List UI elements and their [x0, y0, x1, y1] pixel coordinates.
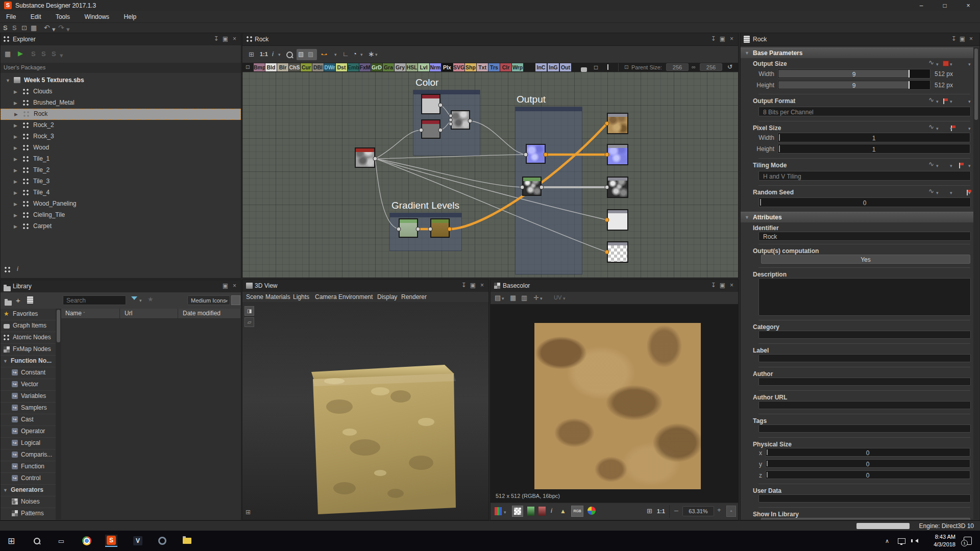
zoom-in-icon[interactable]: + — [717, 506, 721, 514]
function-dropdown-icon[interactable]: ▾ — [936, 99, 939, 104]
node-chip[interactable]: DBl — [312, 63, 324, 71]
external-icon[interactable]: ⊡ — [246, 64, 250, 70]
node-chip[interactable]: ChS — [289, 63, 300, 71]
function-icon[interactable]: ∿ — [928, 123, 934, 131]
node-chip[interactable]: Dst — [336, 63, 347, 71]
expand-icon[interactable]: ▶ — [14, 123, 17, 128]
library-item-graph-items[interactable]: Graph Items — [1, 320, 56, 332]
node-chip[interactable]: InG — [548, 63, 559, 71]
pin-icon[interactable]: ↧ — [709, 35, 718, 42]
function-dropdown-icon[interactable]: ▾ — [936, 163, 939, 168]
library-item[interactable]: ↪Variables — [1, 391, 56, 403]
histogram-icon[interactable]: ▲ — [560, 508, 566, 515]
output-width-slider[interactable]: 9 — [777, 69, 930, 79]
v-app-icon[interactable]: V — [132, 535, 144, 547]
expand-icon[interactable]: ▶ — [14, 190, 17, 195]
save-view-icon[interactable]: ▦ — [510, 294, 516, 302]
collapse-icon[interactable]: ▼ — [3, 488, 8, 493]
channels-icon[interactable]: ▤ — [495, 294, 501, 302]
inheritance-dropdown-icon[interactable]: ▾ — [950, 126, 952, 131]
clock[interactable]: 8:43 AM 4/3/2018 — [925, 533, 955, 548]
settings-gear-icon[interactable]: ∗ — [368, 49, 375, 59]
network-icon[interactable] — [895, 535, 908, 547]
add-folder-icon[interactable] — [5, 300, 12, 306]
add-icon[interactable]: + — [16, 296, 20, 305]
info-icon[interactable]: i — [272, 50, 274, 58]
link-color-icon[interactable]: •–• — [321, 51, 327, 57]
tree-row[interactable]: ▶Wood_Paneling — [1, 198, 241, 210]
favorite-filter-icon[interactable]: ★ — [148, 295, 154, 303]
volume-icon[interactable] — [910, 535, 922, 547]
link-icon[interactable]: S — [3, 24, 8, 32]
node-chip[interactable]: Blr — [277, 63, 288, 71]
menu-windows[interactable]: Windows — [78, 11, 115, 22]
undo-icon[interactable]: ↶ — [44, 23, 50, 32]
elbow-icon[interactable]: ∟ — [342, 50, 349, 58]
gradient-icon[interactable] — [527, 507, 534, 516]
library-scrollbar[interactable] — [56, 309, 61, 519]
wireframe-button[interactable]: ▱ — [244, 317, 254, 327]
node-chip[interactable]: Gry — [395, 63, 406, 71]
pin-icon[interactable]: ↧ — [212, 35, 220, 42]
more-dropdown-icon[interactable]: ▾ — [968, 126, 971, 131]
inheritance-dropdown-icon[interactable]: ▾ — [950, 163, 952, 168]
expand-icon[interactable]: ▶ — [14, 157, 17, 162]
section-base-parameters[interactable]: ▼ Base Parameters — [741, 47, 974, 58]
node-chip[interactable]: FxM — [359, 63, 371, 71]
parent-size-width-field[interactable]: 256 — [666, 63, 689, 71]
zoom-percent-field[interactable]: 63.31% — [682, 506, 714, 516]
zoom-actual-button[interactable]: 1:1 — [260, 51, 268, 57]
close-button[interactable]: × — [957, 0, 980, 11]
menu-help[interactable]: Help — [118, 11, 143, 22]
tree-row[interactable]: ▶Clouds — [1, 86, 241, 97]
collapse-icon[interactable]: ▼ — [3, 359, 8, 364]
collapse-icon[interactable]: ▼ — [745, 51, 749, 56]
library-item-atomic-nodes[interactable]: Atomic Nodes — [1, 332, 56, 344]
timer-icon[interactable]: ◔ — [353, 50, 357, 58]
function-icon[interactable]: ∿ — [928, 96, 934, 104]
inheritance-tree-icon[interactable] — [943, 98, 949, 104]
node-chip[interactable]: Trs — [488, 63, 500, 71]
menu-file[interactable]: File — [0, 11, 22, 22]
menu-camera[interactable]: Camera — [315, 293, 337, 300]
lock-view-button[interactable]: ▫ — [726, 506, 736, 517]
pin-icon[interactable]: ↧ — [709, 282, 718, 289]
comment-tool-icon[interactable] — [581, 67, 587, 72]
preview-toggle-button[interactable] — [231, 295, 240, 305]
frame-tool-icon[interactable]: □ — [594, 64, 598, 71]
column-divider[interactable] — [178, 309, 178, 318]
float-icon[interactable]: ▣ — [221, 35, 230, 42]
more-dropdown-icon[interactable]: ▾ — [968, 163, 971, 168]
parent-size-height-field[interactable]: 256 — [700, 63, 722, 71]
label-field[interactable] — [758, 354, 971, 362]
search-input[interactable] — [63, 295, 126, 305]
more-dropdown-icon[interactable]: ▾ — [968, 99, 971, 104]
maximize-button[interactable]: □ — [933, 0, 957, 11]
node-chip[interactable]: Out — [560, 63, 571, 71]
grid-toggle-icon[interactable]: ⊞ — [246, 509, 251, 516]
play-icon[interactable]: ▶ — [18, 49, 23, 57]
column-divider[interactable] — [119, 309, 120, 318]
description-textarea[interactable] — [758, 278, 971, 316]
function-dropdown-icon[interactable]: ▾ — [936, 126, 939, 131]
tree-view-icon[interactable] — [5, 267, 10, 272]
import-icon[interactable]: ⊡ — [21, 24, 27, 32]
function-dropdown-icon[interactable]: ▾ — [936, 190, 939, 195]
node-chip[interactable]: SVG — [453, 63, 464, 71]
inheritance-tree-icon[interactable] — [959, 163, 965, 168]
view3d-canvas[interactable]: ◨ ▱ ⊞ — [242, 302, 488, 520]
properties-scrollbar[interactable] — [973, 47, 979, 519]
tree-row[interactable]: ▶Cieling_Tile — [1, 210, 241, 221]
library-item[interactable]: ↪Vector — [1, 379, 56, 391]
float-icon[interactable]: ▣ — [958, 35, 967, 42]
filter-funnel-icon[interactable] — [131, 296, 137, 303]
collapse-icon[interactable]: ▼ — [745, 215, 749, 220]
node-chip[interactable]: Plx — [442, 63, 453, 71]
library-item[interactable]: ↪Function — [1, 461, 56, 473]
library-item[interactable]: ↪Logical — [1, 438, 56, 449]
link-color-dropdown-icon[interactable]: ▾ — [334, 52, 337, 57]
library-item[interactable]: ↪Operator — [1, 426, 56, 438]
expand-icon[interactable]: ▶ — [14, 168, 17, 173]
zoom-actual-label[interactable]: 1:1 — [657, 508, 665, 514]
expand-icon[interactable]: ▶ — [14, 179, 17, 184]
